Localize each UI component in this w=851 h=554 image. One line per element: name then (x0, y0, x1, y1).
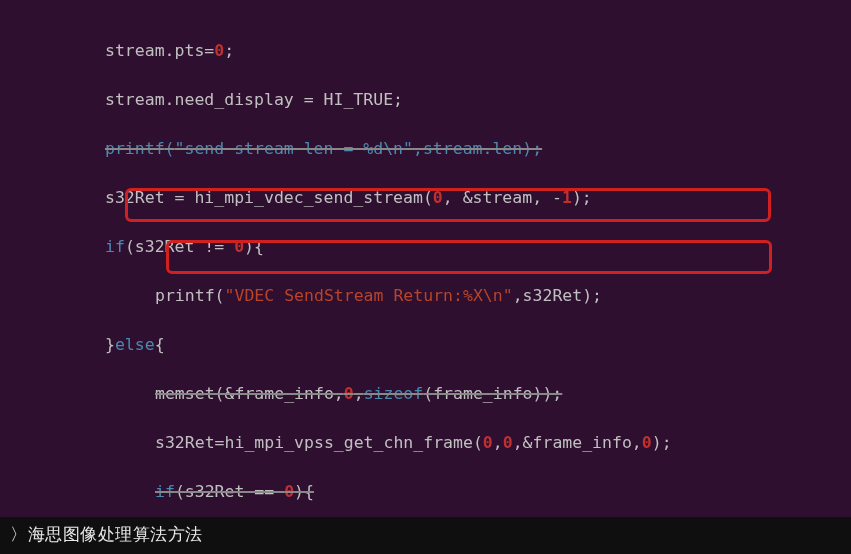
code-line: s32Ret = hi_mpi_vdec_send_stream(0, &str… (0, 186, 851, 211)
code-line-struck: memset(&frame_info,0,sizeof(frame_info))… (0, 382, 851, 407)
code-line-highlight: s32Ret=hi_mpi_vpss_get_chn_frame(0,0,&fr… (0, 431, 851, 456)
code-block: stream.pts=0; stream.need_display = HI_T… (0, 0, 851, 554)
code-line-struck: if(s32Ret == 0){ (0, 480, 851, 505)
code-line: stream.pts=0; (0, 39, 851, 64)
code-line: stream.need_display = HI_TRUE; (0, 88, 851, 113)
code-line-struck: printf("send stream len = %d\n",stream.l… (0, 137, 851, 162)
code-line: }else{ (0, 333, 851, 358)
caret-icon: 〉 (10, 525, 28, 544)
footer-caption: 〉海思图像处理算法方法 (0, 517, 851, 555)
code-line: if(s32Ret != 0){ (0, 235, 851, 260)
code-line: printf("VDEC SendStream Return:%X\n",s32… (0, 284, 851, 309)
